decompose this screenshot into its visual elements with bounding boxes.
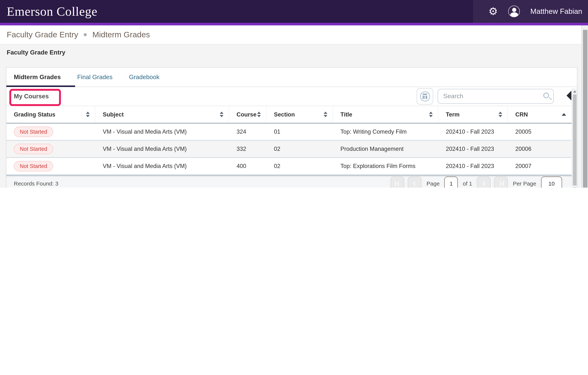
my-courses-scrollbar[interactable] [572, 89, 577, 188]
scroll-up-icon[interactable] [573, 90, 576, 92]
last-page-button[interactable] [494, 177, 508, 188]
page-of-label: of 1 [463, 180, 472, 187]
page-title: Faculty Grade Entry [7, 49, 65, 56]
active-tab-underline [6, 85, 75, 87]
my-courses-search-input[interactable] [442, 89, 536, 103]
sort-arrows-icon [257, 112, 261, 117]
my-courses-toolbar: My Courses [6, 87, 577, 106]
breadcrumb-page: Midterm Grades [92, 30, 150, 39]
column-header-subject[interactable]: Subject [95, 106, 229, 123]
breadcrumb-separator-icon [84, 33, 87, 36]
first-page-button[interactable] [391, 177, 405, 188]
tab-bar: Midterm Grades Final Grades Gradebook [6, 68, 577, 87]
sort-arrows-icon [429, 112, 433, 117]
page-number-input[interactable] [444, 176, 458, 188]
brand-logo: Emerson College [7, 0, 97, 23]
breadcrumb: Faculty Grade Entry Midterm Grades [0, 25, 581, 44]
main-panel: Midterm Grades Final Grades Gradebook My… [6, 67, 577, 188]
my-courses-pagination: Page of 1 Per Page 10 [391, 176, 562, 188]
tab-gradebook[interactable]: Gradebook [129, 73, 159, 81]
column-header-title[interactable]: Title [333, 106, 438, 123]
column-header-crn[interactable]: CRN [508, 106, 571, 123]
per-page-select[interactable]: 10 [541, 176, 562, 188]
column-filter-button[interactable] [417, 88, 433, 104]
my-courses-table-body: Not Started VM - Visual and Media Arts (… [6, 123, 577, 175]
top-navbar: Emerson College ⚙ Matthew Fabian [0, 0, 588, 23]
person-icon[interactable] [508, 6, 520, 17]
page-scrollbar[interactable] [581, 25, 588, 188]
user-name[interactable]: Matthew Fabian [530, 7, 582, 16]
tab-final-grades[interactable]: Final Grades [77, 73, 113, 81]
column-header-grading-status[interactable]: Grading Status [6, 106, 95, 123]
collapse-left-icon[interactable] [567, 91, 571, 101]
sort-arrows-icon [220, 112, 223, 117]
next-page-button[interactable] [477, 177, 491, 188]
sort-arrows-icon [498, 112, 502, 117]
table-row[interactable]: Not Started VM - Visual and Media Arts (… [6, 123, 571, 141]
scrollbar-thumb[interactable] [573, 94, 577, 185]
breadcrumb-section[interactable]: Faculty Grade Entry [7, 30, 78, 39]
column-header-course[interactable]: Course [229, 106, 266, 123]
sort-arrows-icon [86, 112, 90, 117]
my-courses-search [438, 89, 554, 104]
table-row[interactable]: Not Started VM - Visual and Media Arts (… [6, 141, 571, 158]
my-courses-table-header: Grading Status Subject Course Section Ti… [6, 106, 577, 123]
table-row[interactable]: Not Started VM - Visual and Media Arts (… [6, 158, 571, 175]
status-badge: Not Started [14, 127, 53, 137]
my-courses-title: My Courses [14, 93, 49, 100]
per-page-label: Per Page [513, 180, 536, 187]
scrollbar-thumb[interactable] [583, 30, 588, 188]
sort-arrows-icon [324, 112, 327, 117]
my-courses-records-bar: Records Found: 3 Page of 1 Per Page 10 [6, 175, 577, 188]
magnifier-icon [543, 92, 549, 98]
records-found-label: Records Found: 3 [14, 180, 58, 187]
column-filter-icon [420, 91, 430, 101]
page-label: Page [427, 180, 440, 187]
scroll-down-icon[interactable] [573, 187, 576, 188]
gear-icon[interactable]: ⚙ [488, 6, 498, 17]
status-badge: Not Started [14, 161, 53, 171]
sort-ascending-icon [562, 113, 566, 116]
tab-midterm-grades[interactable]: Midterm Grades [14, 73, 61, 81]
column-header-term[interactable]: Term [438, 106, 508, 123]
app-window: Emerson College ⚙ Matthew Fabian Faculty… [0, 0, 588, 188]
status-badge: Not Started [14, 144, 53, 154]
column-header-section[interactable]: Section [266, 106, 333, 123]
accent-stripe [0, 23, 588, 25]
previous-page-button[interactable] [408, 177, 422, 188]
